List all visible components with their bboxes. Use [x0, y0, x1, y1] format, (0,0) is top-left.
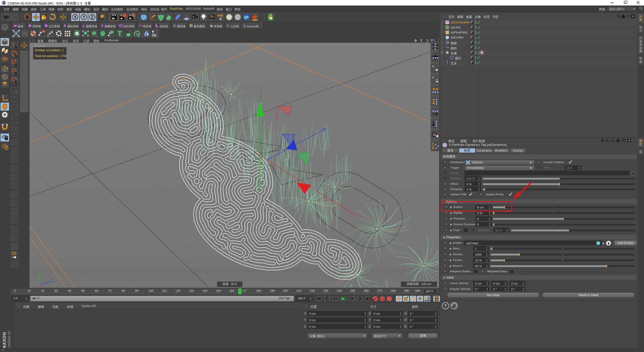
svg-text:X: X [74, 15, 77, 19]
svg-text:?: ? [388, 297, 390, 301]
svg-text:?: ? [12, 42, 15, 48]
svg-text:QR: QR [244, 16, 249, 19]
svg-text:?: ? [444, 303, 447, 308]
svg-text:0: 0 [220, 17, 221, 21]
svg-text:PSR: PSR [217, 14, 223, 17]
svg-text:S: S [4, 113, 6, 117]
svg-text:Z: Z [51, 278, 53, 282]
svg-text:fx: fx [153, 33, 156, 37]
svg-text:P: P [419, 297, 421, 301]
svg-text:R: R [432, 147, 434, 150]
svg-text:Y: Y [37, 269, 40, 273]
svg-text:Y: Y [83, 15, 85, 19]
svg-text:Z: Z [91, 15, 94, 19]
